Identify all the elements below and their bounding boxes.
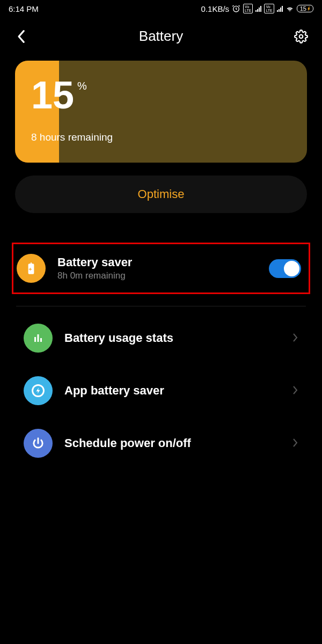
svg-rect-3: [38, 334, 39, 342]
wifi-icon: [286, 4, 294, 13]
percent-symbol: %: [77, 80, 87, 92]
status-bar: 6:14 PM 0.1KB/s VoLTE VoLTE 15: [0, 0, 322, 17]
signal-bars-1: [255, 5, 261, 12]
battery-saver-subtitle: 8h 0m remaining: [57, 270, 269, 281]
header: Battery: [0, 17, 322, 61]
list-item-title: App battery saver: [64, 384, 292, 398]
svg-rect-2: [34, 337, 36, 342]
stats-icon: [24, 324, 53, 353]
battery-saver-icon: [17, 254, 46, 283]
app-saver-icon: [24, 376, 53, 405]
battery-usage-stats-row[interactable]: Battery usage stats: [0, 312, 322, 364]
app-battery-saver-row[interactable]: App battery saver: [0, 364, 322, 417]
chevron-right-icon: [292, 330, 298, 347]
battery-card[interactable]: 15 % 8 hours remaining: [15, 61, 307, 163]
data-rate: 0.1KB/s: [201, 4, 230, 13]
page-title: Battery: [139, 28, 183, 45]
svg-rect-4: [40, 338, 42, 342]
chevron-right-icon: [292, 383, 298, 399]
alarm-icon: [232, 4, 240, 13]
back-button[interactable]: [13, 28, 29, 45]
schedule-power-row[interactable]: Schedule power on/off: [0, 417, 322, 470]
divider: [16, 306, 306, 306]
chevron-right-icon: [292, 435, 298, 452]
battery-indicator: 15: [297, 5, 313, 12]
volte-icon-2: VoLTE: [264, 4, 274, 13]
battery-saver-toggle[interactable]: [269, 259, 301, 278]
battery-saver-row[interactable]: Battery saver 8h 0m remaining: [17, 254, 305, 283]
highlight-box: Battery saver 8h 0m remaining: [12, 243, 310, 294]
list-item-title: Battery usage stats: [64, 331, 292, 345]
status-time: 6:14 PM: [9, 4, 39, 13]
battery-saver-title: Battery saver: [57, 255, 269, 269]
list-item-title: Schedule power on/off: [64, 436, 292, 450]
battery-percentage: 15: [31, 76, 74, 114]
signal-bars-2: [277, 5, 283, 12]
optimise-button[interactable]: Optimise: [15, 175, 307, 213]
volte-icon-1: VoLTE: [243, 4, 253, 13]
settings-button[interactable]: [293, 28, 309, 45]
svg-point-1: [299, 34, 303, 38]
battery-remaining: 8 hours remaining: [31, 131, 291, 143]
power-icon: [24, 429, 53, 458]
